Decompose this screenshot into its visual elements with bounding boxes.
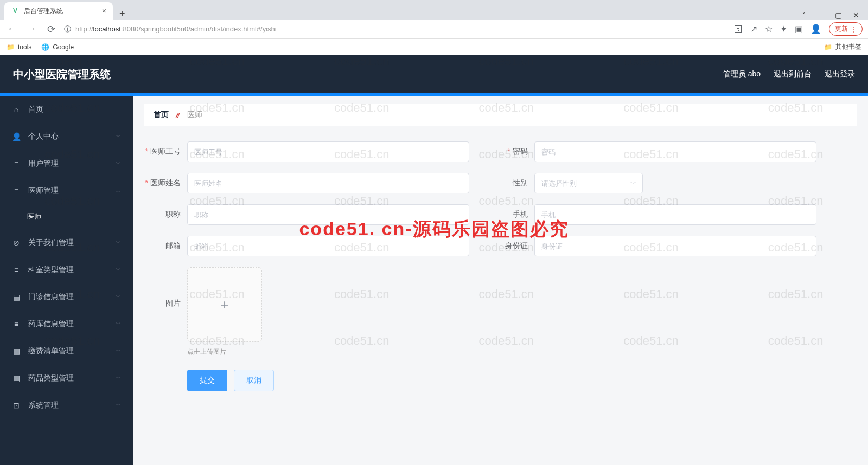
sidebar-item-users[interactable]: ≡ 用户管理 ﹀: [0, 150, 133, 177]
folder-icon: 📁: [824, 43, 832, 51]
chevron-down-icon[interactable]: ˅: [802, 11, 806, 20]
user-label[interactable]: 管理员 abo: [723, 69, 761, 79]
back-button[interactable]: ←: [5, 23, 18, 35]
app-header: 中小型医院管理系统 管理员 abo 退出到前台 退出登录: [0, 55, 868, 93]
doctor-id-label: 医师工号: [144, 147, 187, 157]
chevron-down-icon: ﹀: [116, 347, 121, 355]
gender-select[interactable]: [534, 173, 643, 193]
document-icon: ▤: [12, 293, 21, 301]
sidebar-item-home[interactable]: ⌂ 首页: [0, 96, 133, 123]
other-bookmarks[interactable]: 📁 其他书签: [824, 42, 861, 51]
bookmarks-bar: 📁 tools 🌐 Google 📁 其他书签: [0, 39, 868, 55]
sidebar-subitem-doctor[interactable]: 医师: [0, 204, 133, 229]
info-icon: ⊘: [12, 238, 21, 247]
profile-icon[interactable]: 👤: [810, 24, 821, 34]
list-icon: ≡: [12, 266, 21, 274]
vue-favicon-icon: V: [11, 7, 20, 15]
breadcrumb-home[interactable]: 首页: [154, 110, 169, 120]
title-label: 职称: [144, 210, 187, 219]
chevron-down-icon: ﹀: [116, 160, 121, 167]
chevron-down-icon: ﹀: [116, 374, 121, 382]
chevron-down-icon: ﹀: [116, 293, 121, 301]
doctor-id-input[interactable]: [187, 141, 469, 162]
bookmark-tools[interactable]: 📁 tools: [7, 43, 31, 51]
title-input[interactable]: [187, 204, 469, 225]
tab-title: 后台管理系统: [24, 7, 63, 16]
maximize-icon[interactable]: ▢: [835, 11, 842, 20]
document-icon: ▤: [12, 347, 21, 356]
star-icon[interactable]: ☆: [765, 24, 773, 34]
breadcrumb-separator-icon: ⫽: [174, 111, 182, 119]
sidebar-item-system[interactable]: ⊡ 系统管理 ﹀: [0, 392, 133, 419]
sidebar-item-dept-types[interactable]: ≡ 科室类型管理 ﹀: [0, 256, 133, 283]
email-input[interactable]: [187, 236, 469, 256]
chevron-down-icon: ﹀: [116, 266, 121, 274]
password-label: 密码: [491, 147, 534, 157]
list-icon: ≡: [12, 159, 21, 168]
window-controls: ˅ — ▢ ✕: [793, 11, 868, 20]
doctor-name-input[interactable]: [187, 173, 469, 193]
user-icon: 👤: [12, 132, 21, 141]
image-label: 图片: [144, 267, 187, 308]
doctor-name-label: 医师姓名: [144, 178, 187, 188]
gender-label: 性别: [491, 178, 534, 188]
chevron-down-icon: ﹀: [116, 239, 121, 247]
exit-front-link[interactable]: 退出到前台: [774, 69, 812, 79]
bookmark-google[interactable]: 🌐 Google: [41, 43, 74, 51]
password-key-icon[interactable]: ⚿: [734, 24, 743, 34]
list-icon: ≡: [12, 320, 21, 328]
upload-hint: 点击上传图片: [187, 347, 262, 357]
email-label: 邮箱: [144, 241, 187, 251]
image-upload[interactable]: +: [187, 267, 262, 342]
sidebar-item-drug-types[interactable]: ▤ 药品类型管理 ﹀: [0, 365, 133, 392]
browser-tab-strip: V 后台管理系统 × + ˅ — ▢ ✕: [0, 0, 868, 20]
reading-list-icon[interactable]: ▣: [795, 24, 803, 34]
folder-icon: 📁: [7, 43, 15, 51]
submit-button[interactable]: 提交: [187, 370, 227, 391]
document-icon: ▤: [12, 374, 21, 383]
share-icon[interactable]: ↗: [750, 24, 757, 34]
phone-label: 手机: [491, 210, 534, 219]
breadcrumb-current: 医师: [187, 110, 202, 120]
chevron-down-icon: ﹀: [116, 320, 121, 328]
new-tab-button[interactable]: +: [113, 8, 132, 20]
chevron-down-icon: ﹀: [116, 402, 121, 409]
plus-icon: +: [220, 296, 228, 313]
idcard-input[interactable]: [534, 236, 816, 256]
chevron-down-icon: ﹀: [116, 133, 121, 140]
site-info-icon[interactable]: ⓘ: [64, 24, 71, 34]
sidebar-item-payments[interactable]: ▤ 缴费清单管理 ﹀: [0, 338, 133, 365]
cancel-button[interactable]: 取消: [234, 370, 274, 391]
list-icon: ≡: [12, 186, 21, 195]
app-title: 中小型医院管理系统: [13, 67, 111, 82]
settings-icon: ⊡: [12, 401, 21, 410]
sidebar-item-pharmacy[interactable]: ≡ 药库信息管理 ﹀: [0, 311, 133, 338]
reload-button[interactable]: ⟳: [44, 23, 58, 35]
url-bar: ← → ⟳ ⓘ http://localhost:8080/springboot…: [0, 20, 868, 39]
sidebar-item-outpatient[interactable]: ▤ 门诊信息管理 ﹀: [0, 283, 133, 311]
update-button[interactable]: 更新⋮: [829, 22, 863, 36]
close-window-icon[interactable]: ✕: [853, 11, 859, 20]
minimize-icon[interactable]: —: [816, 11, 824, 20]
doctor-form: 医师工号 密码 医师姓名 性别: [144, 136, 857, 397]
forward-button[interactable]: →: [25, 23, 38, 35]
sidebar-item-profile[interactable]: 👤 个人中心 ﹀: [0, 123, 133, 150]
idcard-label: 身份证: [491, 241, 534, 251]
chevron-up-icon: ︿: [116, 187, 121, 195]
globe-icon: 🌐: [41, 43, 49, 51]
sidebar: ⌂ 首页 👤 个人中心 ﹀ ≡ 用户管理 ﹀ ≡ 医师管理 ︿ 医师 ⊘ 关于我…: [0, 96, 133, 465]
address-bar[interactable]: ⓘ http://localhost:8080/springbootil5n0/…: [64, 24, 727, 34]
sidebar-item-doctors[interactable]: ≡ 医师管理 ︿: [0, 177, 133, 204]
main-content: 首页 ⫽ 医师 医师工号 密码: [133, 96, 868, 465]
close-icon[interactable]: ×: [102, 7, 106, 15]
breadcrumb: 首页 ⫽ 医师: [144, 104, 857, 126]
logout-link[interactable]: 退出登录: [825, 69, 855, 79]
browser-tab-active[interactable]: V 后台管理系统 ×: [4, 2, 113, 20]
home-icon: ⌂: [12, 105, 21, 114]
password-input[interactable]: [534, 141, 816, 162]
phone-input[interactable]: [534, 204, 816, 225]
sidebar-item-about[interactable]: ⊘ 关于我们管理 ﹀: [0, 229, 133, 256]
extensions-icon[interactable]: ✦: [780, 24, 787, 34]
